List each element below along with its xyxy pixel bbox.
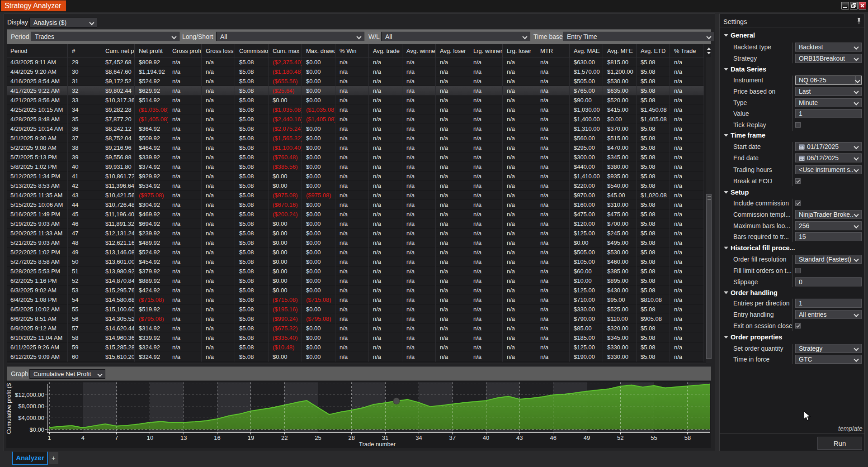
svg-text:10: 10 xyxy=(147,434,153,441)
svg-text:49: 49 xyxy=(584,434,590,441)
svg-text:$8,000.00: $8,000.00 xyxy=(18,403,44,410)
svg-text:19: 19 xyxy=(248,434,254,441)
svg-text:58: 58 xyxy=(684,434,691,441)
svg-text:55: 55 xyxy=(651,434,657,441)
svg-text:Cumulative profit ($: Cumulative profit ($ xyxy=(6,383,12,434)
svg-text:Trade number: Trade number xyxy=(359,441,396,448)
svg-text:37: 37 xyxy=(449,434,455,441)
svg-text:43: 43 xyxy=(516,434,523,441)
svg-text:46: 46 xyxy=(550,434,556,441)
svg-text:$12,000.00: $12,000.00 xyxy=(15,391,44,398)
svg-text:25: 25 xyxy=(315,434,321,441)
svg-text:40: 40 xyxy=(483,434,489,441)
svg-text:7: 7 xyxy=(115,434,118,441)
svg-text:16: 16 xyxy=(214,434,220,441)
svg-text:28: 28 xyxy=(349,434,355,441)
svg-text:34: 34 xyxy=(415,434,422,441)
svg-text:$0.00: $0.00 xyxy=(29,426,44,433)
svg-text:22: 22 xyxy=(281,434,288,441)
svg-text:52: 52 xyxy=(617,434,623,441)
svg-text:4: 4 xyxy=(81,434,85,441)
svg-text:1: 1 xyxy=(47,434,51,441)
svg-text:13: 13 xyxy=(180,434,187,441)
svg-text:$4,000.00: $4,000.00 xyxy=(18,415,44,421)
